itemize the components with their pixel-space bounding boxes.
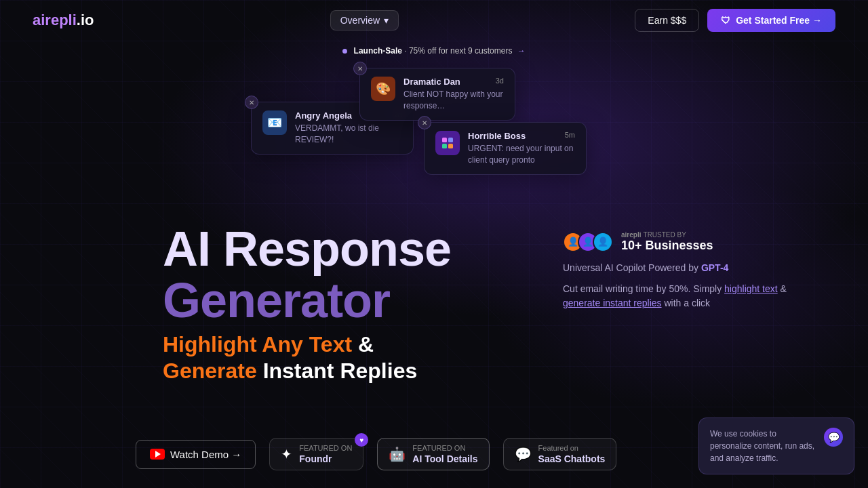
generate-replies-link[interactable]: generate instant replies	[563, 298, 662, 308]
trusted-row: 👤 👤 👤 airepli TRUSTED BY 10+ Businesses	[563, 230, 787, 253]
trusted-by-label: TRUSTED BY	[644, 231, 686, 239]
ai-tool-label: FEATURED ON	[412, 444, 477, 453]
hero-subtitle-line1: Highlight Any Text &	[163, 331, 522, 357]
ai-tool-name: AI Tool Details	[412, 453, 477, 464]
shield-icon: 🛡	[721, 15, 730, 26]
logo[interactable]: airepli.io	[33, 12, 94, 29]
gpt4-link[interactable]: GPT-4	[701, 262, 728, 273]
trusted-count: 10+ Businesses	[621, 239, 713, 253]
youtube-icon	[150, 449, 165, 460]
boss-content: Horrible Boss 5m URGENT: need your input…	[468, 131, 575, 166]
ai-tool-text: FEATURED ON AI Tool Details	[412, 444, 477, 464]
watch-demo-button[interactable]: Watch Demo →	[136, 440, 256, 469]
trusted-avatars: 👤 👤 👤	[563, 232, 613, 252]
banner-arrow-link[interactable]: →	[517, 46, 526, 56]
subtitle-generate: Generate	[163, 359, 257, 383]
saas-icon: 💬	[515, 446, 532, 462]
dan-icon: 🎨	[371, 77, 395, 101]
youtube-play-icon	[155, 451, 161, 458]
banner-tag: Launch-Sale	[354, 46, 402, 56]
subtitle-ampersand: &	[358, 332, 374, 357]
nav-right: Earn $$$ 🛡 Get Started Free →	[635, 9, 835, 32]
foundr-name: Foundr	[299, 453, 352, 464]
trusted-brand: airepli	[621, 231, 641, 239]
overview-label: Overview	[340, 15, 380, 26]
saas-name: SaaS Chatbots	[538, 453, 606, 464]
svg-rect-1	[448, 138, 453, 142]
trusted-text: airepli TRUSTED BY 10+ Businesses	[621, 230, 713, 253]
close-button-dan[interactable]: ✕	[353, 62, 367, 75]
close-button-angela[interactable]: ✕	[245, 96, 258, 109]
hero-left: AI Response Generator Highlight Any Text…	[163, 224, 522, 384]
notification-cards-area: ✕ 📧 Angry Angela 2d VERDAMMT, wo ist die…	[224, 47, 787, 237]
saas-text: Featured on SaaS Chatbots	[538, 444, 606, 464]
cookie-text: We use cookies to personalize content, r…	[710, 428, 817, 464]
logo-text-purple: airepli	[33, 12, 77, 28]
hero-right: 👤 👤 👤 airepli TRUSTED BY 10+ Businesses …	[563, 224, 787, 317]
dan-header: Dramatic Dan 3d	[403, 77, 504, 87]
notification-card-boss: ✕ Horrible Boss 5m URGENT: need your inp…	[424, 122, 587, 175]
foundr-label: FEATURED ON	[299, 444, 352, 453]
get-started-label: Get Started Free →	[736, 15, 822, 26]
foundr-badge[interactable]: ♥ ✦ FEATURED ON Foundr	[269, 438, 363, 470]
subtitle-instant: Instant Replies	[263, 359, 418, 383]
avatar-3: 👤	[593, 232, 613, 252]
hero-section: AI Response Generator Highlight Any Text…	[0, 224, 868, 384]
hero-desc-line2: Cut email writing time by 50%. Simply hi…	[563, 282, 787, 310]
banner-text: 75% off for next 9 customers	[409, 46, 513, 56]
logo-text-white: .io	[77, 12, 94, 28]
get-started-button[interactable]: 🛡 Get Started Free →	[707, 9, 835, 32]
universal-text: Universal AI Copilot Powered by	[563, 262, 698, 273]
announcement-banner: Launch-Sale · 75% off for next 9 custome…	[0, 46, 868, 56]
chevron-down-icon: ▾	[384, 15, 389, 26]
dan-name: Dramatic Dan	[403, 77, 460, 87]
navbar: airepli.io Overview ▾ Earn $$$ 🛡 Get Sta…	[0, 0, 868, 41]
angela-message: VERDAMMT, wo ist die REVIEW?!	[295, 123, 402, 146]
boss-header: Horrible Boss 5m	[468, 131, 575, 141]
earn-button[interactable]: Earn $$$	[635, 9, 699, 32]
saas-label: Featured on	[538, 444, 606, 453]
trusted-brand-row: airepli TRUSTED BY	[621, 230, 713, 239]
watch-demo-label: Watch Demo →	[170, 449, 241, 460]
banner-separator: ·	[404, 46, 409, 56]
ai-tool-icon: 🤖	[389, 446, 406, 462]
close-button-boss[interactable]: ✕	[418, 116, 431, 129]
saas-badge[interactable]: 💬 Featured on SaaS Chatbots	[503, 438, 617, 470]
dan-content: Dramatic Dan 3d Client NOT happy with yo…	[403, 77, 504, 112]
hero-subtitle: Highlight Any Text & Generate Instant Re…	[163, 331, 522, 384]
svg-rect-2	[442, 144, 447, 148]
notification-card-dan: ✕ 🎨 Dramatic Dan 3d Client NOT happy wit…	[359, 68, 515, 121]
chat-icon[interactable]: 💬	[824, 428, 843, 447]
hero-desc-line1: Universal AI Copilot Powered by GPT-4	[563, 261, 787, 275]
angela-name: Angry Angela	[295, 110, 352, 121]
nav-center: Overview ▾	[330, 10, 399, 30]
hero-title: AI Response Generator	[163, 224, 522, 326]
hero-title-line1: AI Response	[163, 224, 522, 275]
highlight-text-link[interactable]: highlight text	[724, 283, 778, 294]
foundr-like-count: ♥	[355, 433, 368, 447]
hero-subtitle-line2: Generate Instant Replies	[163, 358, 522, 384]
dan-time: 3d	[496, 77, 504, 85]
with-click-text: with a click	[664, 298, 710, 308]
foundr-logo-icon: ✦	[281, 446, 292, 462]
foundr-text: FEATURED ON Foundr	[299, 444, 352, 464]
boss-name: Horrible Boss	[468, 131, 526, 141]
dan-message: Client NOT happy with your response…	[403, 89, 504, 112]
boss-icon	[435, 131, 460, 155]
ai-tool-badge[interactable]: 🤖 FEATURED ON AI Tool Details	[377, 438, 489, 470]
banner-dot-icon	[342, 49, 347, 54]
cut-email-text: Cut email writing time by 50%. Simply	[563, 283, 722, 294]
svg-rect-3	[448, 144, 453, 148]
boss-time: 5m	[565, 131, 575, 139]
cookie-notice: We use cookies to personalize content, r…	[698, 418, 854, 474]
svg-rect-0	[442, 138, 447, 142]
and-symbol: &	[781, 283, 787, 294]
subtitle-highlight-text: Highlight Any Text	[163, 332, 352, 357]
boss-message: URGENT: need your input on client query …	[468, 143, 575, 166]
hero-title-line2: Generator	[163, 275, 522, 327]
angela-icon: 📧	[262, 110, 287, 135]
nav-overview-button[interactable]: Overview ▾	[330, 10, 399, 30]
